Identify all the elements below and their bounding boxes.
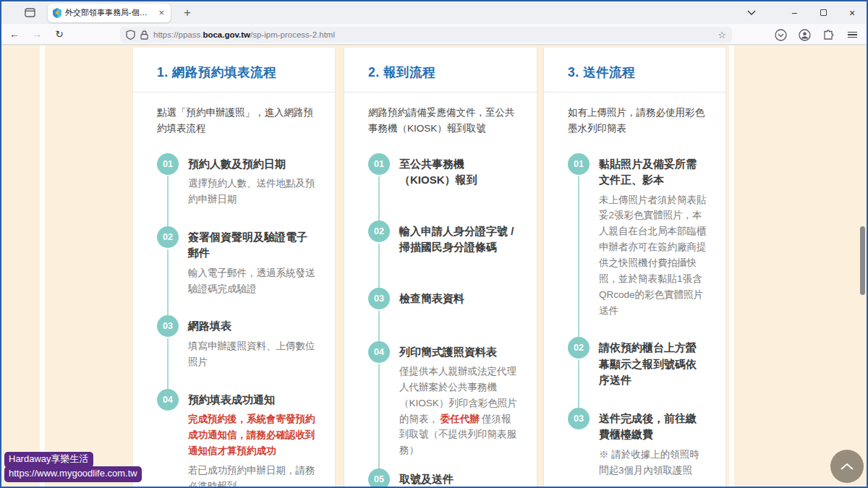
step-number-badge: 03 [568, 408, 590, 429]
page-edge-left [40, 46, 45, 487]
step-item: 01 預約人數及預約日期 選擇預約人數、送件地點及預約申辦日期 [157, 153, 316, 226]
step-description: ※ 請於收據上的領照時間起3個月內領取護照 [599, 447, 707, 479]
step-number-badge: 01 [568, 153, 590, 175]
close-window-button[interactable]: × [838, 1, 867, 24]
step-description: 未上傳照片者須於簡表貼妥2張彩色實體照片，本人親自在台北局本部臨櫃申辦者亦可在簽… [599, 192, 707, 319]
page-content: 1. 網路預約填表流程 點選「預約申辦護照」，進入網路預約填表流程 01 預約人… [1, 46, 867, 487]
step-description: 若已成功預約申辦日期，請務必準時報到 [188, 463, 316, 487]
step-description: 填寫申辦護照資料、上傳數位照片 [188, 338, 316, 370]
highlighted-red-text: 委任代辦 [441, 414, 480, 424]
step-number-badge: 02 [368, 221, 390, 242]
step-description: 選擇預約人數、送件地點及預約申辦日期 [188, 176, 316, 207]
column-intro: 如有上傳照片，請務必使用彩色墨水列印簡表 [568, 105, 707, 137]
column-title: 2. 報到流程 [368, 64, 518, 81]
divider [133, 92, 335, 93]
divider [544, 92, 726, 93]
step-warning-text: 完成預約後，系統會寄發預約成功通知信，請務必確認收到通知信才算預約成功 [188, 411, 316, 459]
lock-icon[interactable] [140, 30, 148, 40]
step-number-badge: 03 [157, 315, 179, 337]
pocket-icon[interactable] [772, 26, 789, 43]
account-icon[interactable] [796, 26, 813, 43]
step-item: 03 網路填表 填寫申辦護照資料、上傳數位照片 [157, 315, 316, 388]
step-title: 請依預約櫃台上方螢幕顯示之報到號碼依序送件 [599, 340, 707, 389]
process-column-online-form: 1. 網路預約填表流程 點選「預約申辦護照」，進入網路預約填表流程 01 預約人… [132, 48, 336, 487]
scrollbar-thumb[interactable] [860, 226, 865, 295]
new-tab-button[interactable]: + [178, 4, 197, 22]
watermark-line2: https://www.mygoodlife.com.tw [4, 466, 142, 482]
toolbar-right [772, 26, 861, 43]
step-number-badge: 02 [568, 337, 590, 359]
step-item: 04 預約填表成功通知 完成預約後，系統會寄發預約成功通知信，請務必確認收到通知… [157, 389, 316, 487]
firefox-view-button[interactable] [19, 4, 41, 22]
browser-window: 外交部領事事務局-個人申辦護照 × + − × ← → ↻ https:// [0, 0, 868, 488]
back-button[interactable]: ← [5, 25, 24, 43]
column-intro: 點選「預約申辦護照」，進入網路預約填表流程 [157, 105, 316, 137]
firefox-view-icon [25, 8, 35, 17]
minimize-button[interactable]: − [780, 1, 809, 24]
tab-bar: 外交部領事事務局-個人申辦護照 × + − × [1, 1, 867, 24]
step-title: 取號及送件 [399, 471, 454, 487]
menu-icon[interactable] [843, 26, 861, 43]
step-title: 列印簡式護照資料表 [399, 344, 518, 361]
step-number-badge: 02 [157, 226, 179, 248]
step-number-badge: 05 [368, 468, 390, 487]
extensions-icon[interactable] [820, 26, 837, 43]
step-title: 檢查簡表資料 [399, 291, 464, 307]
window-controls: − × [780, 1, 867, 24]
url-bar[interactable]: https://ppass.boca.gov.tw/sp-ipm-process… [120, 27, 732, 43]
reload-button[interactable]: ↻ [50, 25, 69, 43]
step-item: 04 列印簡式護照資料表 僅提供本人親辦或法定代理人代辦案於公共事務機（KIOS… [368, 341, 518, 469]
step-item: 01 至公共事務機（KIOSK）報到 [368, 153, 518, 221]
step-number-badge: 01 [157, 153, 179, 175]
step-item: 02 請依預約櫃台上方螢幕顯示之報到號碼依序送件 [568, 337, 707, 408]
step-title: 送件完成後，前往繳費櫃檯繳費 [599, 411, 707, 443]
step-item: 02 輸入申請人身分證字號 / 掃描國民身分證條碼 [368, 221, 518, 288]
step-item: 03 送件完成後，前往繳費櫃檯繳費 ※ 請於收據上的領照時間起3個月內領取護照 [568, 408, 707, 479]
step-description: 輸入電子郵件，透過系統發送驗證碼完成驗證 [188, 265, 316, 297]
browser-tab-active[interactable]: 外交部領事事務局-個人申辦護照 × [48, 4, 171, 22]
list-all-tabs-button[interactable] [741, 4, 762, 22]
navigation-bar: ← → ↻ https://ppass.boca.gov.tw/sp-ipm-p… [1, 24, 867, 45]
watermark: Hardaway享樂生活 https://www.mygoodlife.com.… [4, 452, 142, 482]
step-title: 簽署個資聲明及驗證電子郵件 [188, 229, 316, 262]
favicon-icon [52, 8, 62, 18]
step-number-badge: 04 [368, 341, 390, 363]
step-title: 輸入申請人身分證字號 / 掃描國民身分證條碼 [399, 223, 518, 256]
step-item: 05 取號及送件 [368, 468, 518, 487]
maximize-icon [820, 9, 827, 16]
step-item: 03 檢查簡表資料 [368, 288, 518, 341]
step-item: 01 黏貼照片及備妥所需文件正、影本 未上傳照片者須於簡表貼妥2張彩色實體照片，… [568, 153, 707, 338]
step-number-badge: 03 [368, 288, 390, 309]
tab-title: 外交部領事事務局-個人申辦護照 [65, 7, 153, 18]
bookmark-star-icon[interactable]: ☆ [718, 30, 726, 40]
column-intro: 網路預約請備妥應備文件，至公共事務機（KIOSK）報到取號 [368, 105, 518, 137]
scroll-to-top-button[interactable] [830, 450, 864, 483]
step-title: 黏貼照片及備妥所需文件正、影本 [599, 156, 707, 189]
url-text: https://ppass.boca.gov.tw/sp-ipm-process… [153, 30, 335, 39]
step-number-badge: 04 [157, 389, 179, 411]
column-title: 1. 網路預約填表流程 [157, 64, 316, 81]
step-title: 預約填表成功通知 [188, 392, 316, 408]
step-description: 僅提供本人親辦或法定代理人代辦案於公共事務機（KIOSK）列印含彩色照片的簡表，… [399, 364, 518, 458]
step-title: 預約人數及預約日期 [188, 156, 316, 173]
forward-button[interactable]: → [27, 25, 46, 43]
chevron-down-icon [747, 10, 756, 15]
step-number-badge: 01 [368, 153, 390, 175]
tab-close-icon[interactable]: × [156, 7, 166, 18]
page-edge-right [729, 46, 734, 487]
maximize-button[interactable] [809, 1, 838, 24]
process-column-submission: 3. 送件流程 如有上傳照片，請務必使用彩色墨水列印簡表 01 黏貼照片及備妥所… [543, 48, 726, 487]
step-title: 網路填表 [188, 318, 316, 335]
divider [344, 92, 537, 93]
column-title: 3. 送件流程 [568, 64, 707, 81]
chevron-up-icon [840, 463, 854, 471]
process-column-checkin: 2. 報到流程 網路預約請備妥應備文件，至公共事務機（KIOSK）報到取號 01… [344, 48, 537, 487]
watermark-line1: Hardaway享樂生活 [4, 452, 93, 468]
step-title: 至公共事務機（KIOSK）報到 [399, 156, 518, 189]
step-item: 02 簽署個資聲明及驗證電子郵件 輸入電子郵件，透過系統發送驗證碼完成驗證 [157, 226, 316, 316]
tracking-shield-icon[interactable] [126, 30, 135, 40]
